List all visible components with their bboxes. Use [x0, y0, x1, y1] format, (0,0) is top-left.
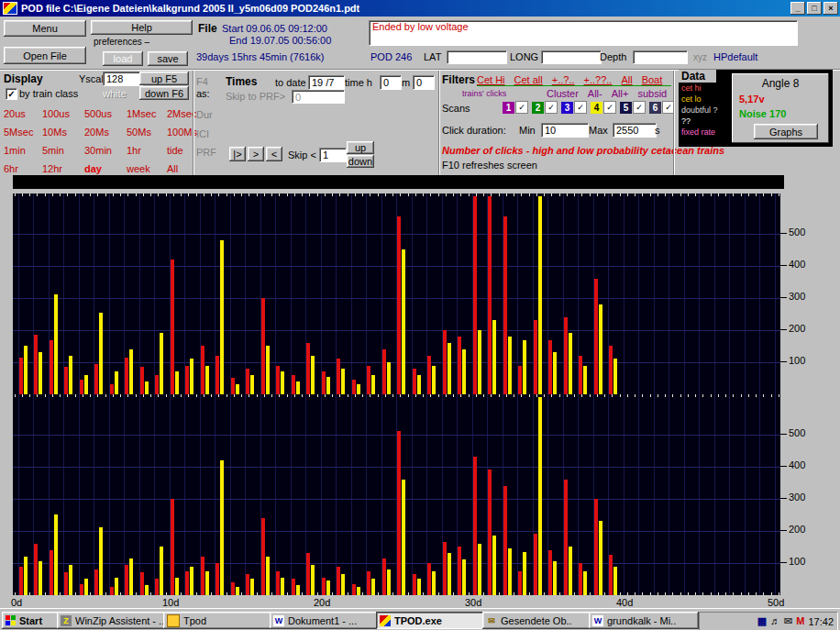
- time-scale-2msec[interactable]: 2Msec: [167, 108, 193, 119]
- taskbar-button-grundkalk-mi[interactable]: Wgrundkalk - Mi..: [589, 612, 699, 629]
- save-button[interactable]: save: [148, 51, 188, 66]
- filter-link-[interactable]: +..?..: [552, 74, 575, 85]
- mail-icon[interactable]: ✉: [784, 615, 792, 626]
- yscale-up-button[interactable]: up F5: [139, 72, 189, 85]
- filter-link-all[interactable]: All: [621, 74, 632, 85]
- gridline-v: [109, 193, 110, 394]
- scan-1-checkbox[interactable]: ✓: [515, 101, 528, 114]
- forward-button[interactable]: >: [248, 147, 264, 161]
- time-scale-50ms[interactable]: 50Ms: [127, 127, 167, 138]
- filter-link-cethi[interactable]: Cet Hi: [477, 74, 505, 85]
- scan-3-checkbox[interactable]: ✓: [574, 101, 587, 114]
- time-scale-1msec[interactable]: 1Msec: [127, 108, 167, 119]
- skip-down-button[interactable]: down: [347, 155, 374, 168]
- time-scale-30min[interactable]: 30min: [84, 145, 127, 156]
- gridline-v: [321, 394, 322, 595]
- min-input[interactable]: 10: [541, 123, 589, 138]
- ici-label[interactable]: ICI: [196, 128, 209, 139]
- bar-low-prob: [417, 375, 421, 394]
- depth-input[interactable]: [633, 50, 688, 64]
- close-button[interactable]: ×: [823, 2, 838, 15]
- time-scale-100us[interactable]: 100us: [42, 108, 84, 119]
- bar-high-prob: [125, 565, 128, 595]
- help-button[interactable]: Help: [91, 20, 193, 35]
- taskbar-button-tpod[interactable]: Tpod: [163, 612, 273, 629]
- volume-icon[interactable]: ♬: [770, 615, 780, 626]
- time-scale-12hr[interactable]: 12hr: [42, 163, 84, 174]
- graphs-button[interactable]: Graphs: [754, 124, 818, 139]
- bar-high-prob: [19, 358, 23, 394]
- yscale-down-button[interactable]: down F6: [139, 86, 189, 100]
- time-scale-20us[interactable]: 20us: [4, 108, 42, 119]
- tick-mark: [362, 394, 363, 397]
- time-scale-20ms[interactable]: 20Ms: [84, 127, 127, 138]
- scan-6: 6✓: [649, 101, 675, 114]
- taskbar-button-gesendete-ob[interactable]: ✉Gesendete Ob..: [482, 612, 592, 629]
- max-label: Max: [589, 125, 608, 136]
- date-input[interactable]: 19 /7: [308, 75, 345, 90]
- lat-input[interactable]: [447, 50, 507, 64]
- time-scale-6hr[interactable]: 6hr: [4, 163, 42, 174]
- skip-prf-input[interactable]: 0: [292, 90, 345, 104]
- scan-4-checkbox[interactable]: ✓: [603, 101, 616, 114]
- prf-label[interactable]: PRF: [196, 147, 216, 158]
- yscale-input[interactable]: 128: [103, 72, 143, 86]
- chart-upper[interactable]: [13, 193, 780, 394]
- load-button[interactable]: load: [103, 51, 143, 66]
- tick-mark: [483, 394, 484, 397]
- gridline-v: [351, 394, 352, 595]
- scan-2-checkbox[interactable]: ✓: [545, 101, 558, 114]
- data-panel-label: Data: [679, 70, 716, 83]
- minute-input[interactable]: 0: [413, 75, 435, 90]
- dur-label[interactable]: Dur: [196, 109, 213, 120]
- tick-mark: [378, 394, 379, 397]
- time-scale-tide[interactable]: tide: [167, 145, 193, 156]
- filter-mode-all[interactable]: All-: [588, 88, 602, 99]
- bar-high-prob: [518, 571, 522, 595]
- start-button[interactable]: Start: [2, 612, 61, 629]
- play-button[interactable]: |>: [229, 147, 246, 161]
- antivirus-icon[interactable]: M: [796, 615, 804, 626]
- time-scale-10ms[interactable]: 10Ms: [42, 127, 84, 138]
- filter-mode-subsid[interactable]: subsid: [637, 88, 667, 99]
- time-scale-week[interactable]: week: [127, 163, 167, 174]
- filter-mode-all[interactable]: All+: [612, 88, 629, 99]
- hour-input[interactable]: 0: [380, 75, 402, 90]
- time-scale-5msec[interactable]: 5Msec: [4, 127, 42, 138]
- time-h-label: time h: [345, 77, 372, 88]
- max-input[interactable]: 2550: [613, 123, 657, 138]
- gridline-v: [669, 394, 669, 595]
- display-icon[interactable]: ▦: [757, 615, 767, 626]
- back-button[interactable]: <: [266, 147, 282, 161]
- time-scale-1hr[interactable]: 1hr: [127, 145, 167, 156]
- time-scale-500us[interactable]: 500us: [84, 108, 127, 119]
- open-file-button[interactable]: Open File: [4, 47, 86, 64]
- filter-link-[interactable]: +..??..: [584, 74, 613, 85]
- chart-lower[interactable]: [13, 394, 780, 595]
- skip-input[interactable]: 1: [319, 148, 347, 162]
- minimize-button[interactable]: _: [790, 2, 805, 15]
- by-train-class-checkbox[interactable]: ✓: [6, 88, 17, 100]
- taskbar-button-tpod-exe[interactable]: TPOD.exe: [376, 612, 486, 629]
- bar-low-prob: [190, 359, 193, 394]
- tick-mark: [748, 592, 749, 595]
- time-scale-100ms[interactable]: 100Ms: [167, 127, 193, 138]
- long-input[interactable]: [541, 50, 602, 64]
- skip-up-button[interactable]: up: [347, 141, 374, 154]
- time-scale-all[interactable]: All: [167, 163, 193, 174]
- filter-mode-cluster[interactable]: Cluster: [547, 88, 579, 99]
- taskbar-button-dokument1[interactable]: WDokument1 - ...: [270, 612, 380, 629]
- menu-button[interactable]: Menu: [4, 20, 86, 37]
- filter-link-cetall[interactable]: Cet all: [514, 74, 543, 85]
- tick-mark: [612, 394, 613, 397]
- maximize-button[interactable]: □: [807, 2, 822, 15]
- filter-link-boat[interactable]: Boat: [642, 74, 663, 85]
- time-scale-day[interactable]: day: [84, 163, 127, 174]
- time-scale-5min[interactable]: 5min: [42, 145, 84, 156]
- taskbar-button-winzip-assistent[interactable]: ZWinZip Assistent - ..: [57, 612, 167, 629]
- time-scale-1min[interactable]: 1min: [4, 145, 42, 156]
- bar-low-prob: [492, 320, 496, 394]
- bar-high-prob: [50, 550, 53, 595]
- scan-5-checkbox[interactable]: ✓: [633, 101, 646, 114]
- y-tick: [780, 297, 787, 298]
